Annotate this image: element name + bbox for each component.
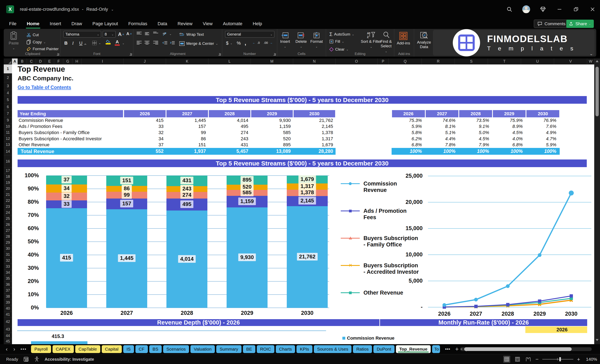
row-header-41[interactable]: 41 <box>4 311 12 318</box>
row-header-40[interactable]: 40 <box>4 306 12 311</box>
cell-value[interactable]: 585 <box>251 129 293 136</box>
font-name-select[interactable]: Tahoma⌄ <box>64 31 101 38</box>
row-header-43[interactable]: 43 <box>4 326 12 333</box>
pct-total-value[interactable]: 100% <box>526 148 560 155</box>
menu-tab-automate[interactable]: Automate <box>223 20 243 27</box>
row-header-44[interactable]: 44 <box>4 333 12 339</box>
comments-button[interactable]: Comments <box>534 20 569 28</box>
column-header-L[interactable]: L <box>208 58 251 64</box>
pct-value[interactable]: 7.6% <box>526 124 560 130</box>
line-chart[interactable] <box>423 174 594 321</box>
pct-value[interactable]: 6.2% <box>392 136 425 142</box>
column-header-G[interactable]: G <box>63 58 72 64</box>
column-header-E[interactable]: E <box>45 58 54 64</box>
format-painter-button[interactable]: Format Painter <box>27 47 59 51</box>
legend-entry-2[interactable]: Ads / Promotion Fees <box>341 208 407 221</box>
align-middle-icon[interactable] <box>144 32 150 36</box>
menu-tab-insert[interactable]: Insert <box>49 20 62 27</box>
sheet-tab-bs[interactable]: BS <box>149 345 162 353</box>
decrease-indent-icon[interactable] <box>162 41 167 46</box>
column-header-M[interactable]: M <box>251 58 293 64</box>
column-header-K[interactable]: K <box>166 58 208 64</box>
underline-button[interactable]: U⌄ <box>79 40 86 46</box>
column-header-D[interactable]: D <box>36 58 45 64</box>
column-header-R[interactable]: R <box>422 58 455 64</box>
column-header-B[interactable]: B <box>18 58 27 64</box>
legend-entry-1[interactable]: Commission Revenue <box>341 181 397 193</box>
cell-value[interactable]: 520 <box>251 136 293 142</box>
row-header-12[interactable]: 12 <box>4 136 12 142</box>
analyze-data-button[interactable]: AnalyzeData <box>417 31 431 49</box>
user-avatar[interactable] <box>522 5 530 13</box>
pct-total-value[interactable]: 100% <box>425 148 459 155</box>
wrap-text-button[interactable]: ab Wrap Text <box>179 32 204 37</box>
row-header-14[interactable]: 14 <box>4 148 12 155</box>
scroll-down-arrow[interactable] <box>596 339 599 341</box>
fill-color-button[interactable] <box>106 40 111 45</box>
year-input-cell[interactable]: 2026 <box>525 326 587 333</box>
row-header-16[interactable]: 16 <box>4 155 12 168</box>
menu-tab-help[interactable]: Help <box>252 20 262 27</box>
total-value[interactable]: 1,937 <box>166 148 208 155</box>
fill-button[interactable]: Fill⌄ <box>329 39 344 44</box>
sheet-tab-is[interactable]: IS <box>123 345 134 353</box>
format-cells-button[interactable]: Format⌄ <box>310 32 323 49</box>
pct-value[interactable]: 7.9% <box>459 142 492 148</box>
page-layout-view-button[interactable] <box>514 356 521 363</box>
premium-gem-icon[interactable] <box>539 6 547 13</box>
row-header-32[interactable]: 32 <box>4 258 12 264</box>
autosum-button[interactable]: ΣAutoSum⌄ <box>329 31 354 37</box>
column-header-Q[interactable]: Q <box>389 58 422 64</box>
collapse-ribbon-icon[interactable]: ⌄ <box>590 51 593 56</box>
cell-value[interactable]: 151 <box>166 142 208 148</box>
pct-year-header-2027[interactable]: 2027 <box>426 110 459 117</box>
pct-value[interactable]: 4.0% <box>492 136 526 142</box>
pct-value[interactable]: 6.8% <box>392 142 425 148</box>
row-header-26[interactable]: 26 <box>4 222 12 228</box>
pct-value[interactable]: 4.5% <box>459 136 492 142</box>
pct-value[interactable]: 4.4% <box>425 136 459 142</box>
column-header-I[interactable]: I <box>82 58 124 64</box>
cell-value[interactable]: 415 <box>124 117 166 124</box>
sheet-tab-kpis[interactable]: KPIs <box>297 345 312 353</box>
total-value[interactable]: 13,089 <box>251 148 293 155</box>
row-label-4[interactable]: Other Revenue <box>19 142 123 148</box>
year-header-2027[interactable]: 2027 <box>167 110 208 117</box>
pct-value[interactable]: 75.9% <box>492 117 526 124</box>
clear-button[interactable]: Clear⌄ <box>329 47 348 52</box>
row-header-42[interactable]: 42 <box>4 318 12 326</box>
row-header-2[interactable]: 2 <box>4 73 12 82</box>
pct-total-value[interactable]: 100% <box>492 148 526 155</box>
delete-cells-button[interactable]: Delete⌄ <box>295 32 307 49</box>
sheet-tab-be[interactable]: BE <box>243 345 255 353</box>
zoom-percentage[interactable]: 140% <box>584 357 597 362</box>
cell-value[interactable]: 431 <box>208 142 251 148</box>
row-header-1[interactable]: 1 <box>4 64 12 73</box>
row-header-23[interactable]: 23 <box>4 204 12 210</box>
row-header-25[interactable]: 25 <box>4 216 12 222</box>
sheet-tab-summary[interactable]: Summary <box>216 345 242 353</box>
sheet-tab-payroll[interactable]: Payroll <box>31 345 51 353</box>
cell-value[interactable]: 1,378 <box>293 129 336 136</box>
minimize-button[interactable] <box>556 6 563 13</box>
chevron-down-icon[interactable]: ⌄ <box>111 8 114 11</box>
row-header-31[interactable]: 31 <box>4 252 12 258</box>
horizontal-scroll-thumb[interactable] <box>464 347 572 351</box>
column-header-T[interactable]: T <box>488 58 521 64</box>
zoom-in-button[interactable]: + <box>577 356 580 363</box>
font-color-chevron[interactable]: ⌄ <box>122 42 124 45</box>
legend-entry-3[interactable]: Buyers Subscription - Family Office <box>341 235 418 248</box>
column-header-U[interactable]: U <box>521 58 554 64</box>
cell-value[interactable]: 99 <box>166 129 208 136</box>
page-break-view-button[interactable] <box>525 356 532 363</box>
row-header-45[interactable]: 45 <box>4 339 12 344</box>
macro-record-icon[interactable] <box>24 357 29 362</box>
menu-tab-file[interactable]: File <box>9 20 17 27</box>
row-header-9[interactable]: 9 <box>4 117 12 124</box>
accounting-format-button[interactable]: $⌄ <box>226 40 232 46</box>
alignment-dialog-launcher[interactable] <box>218 53 221 55</box>
row-header-38[interactable]: 38 <box>4 293 12 300</box>
scroll-left-arrow[interactable] <box>460 348 462 350</box>
column-header-W[interactable]: W <box>587 58 594 64</box>
pct-year-header-2030[interactable]: 2030 <box>526 110 559 117</box>
